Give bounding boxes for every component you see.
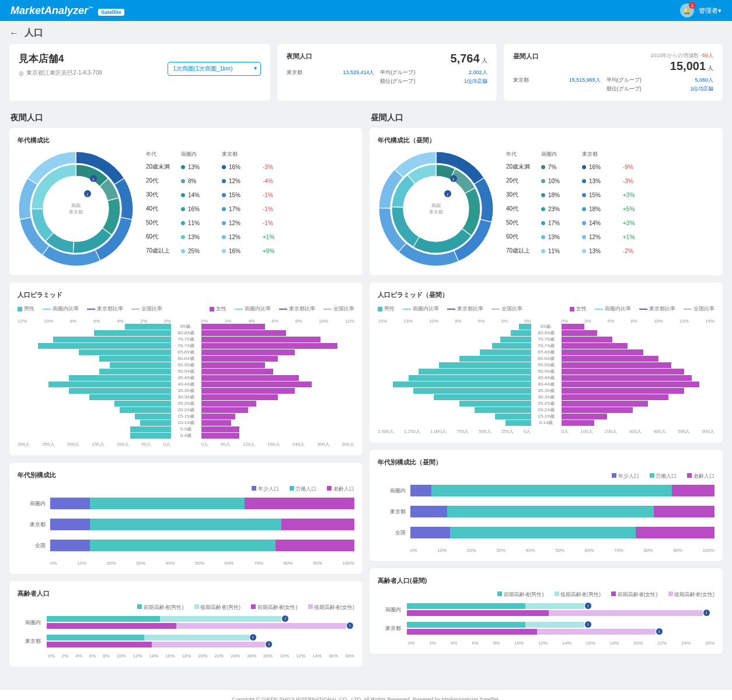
store-card: 見本店舗4 ◎ 東京都江東区辰巳2-1-K3-708 1次商圏(1次商圏_1km… xyxy=(9,44,270,101)
donut-center-outer: 東京都 xyxy=(69,209,83,215)
info-icon[interactable]: i xyxy=(347,622,353,629)
info-icon[interactable]: i xyxy=(703,610,710,616)
pyramid-day-title: 人口ピラミッド（昼間） xyxy=(378,290,714,299)
agegroup-night-panel: 年代別構成比 年少人口 労働人口 老齢人口商圏内東京都全国0%10%20%30%… xyxy=(9,463,362,574)
stacked-bar-row: 東京都 xyxy=(18,519,354,530)
day-pop-sublabel: 2010年からの増減数 xyxy=(650,52,699,58)
elderly-night-panel: 高齢者人口 前期高齢者(男性) 後期高齢者(男性) 前期高齢者(女性) 後期高齢… xyxy=(9,581,362,667)
footer: Copyright © GIKEN SHOJI INTERNATIONAL CO… xyxy=(0,689,732,700)
day-population-card: 昼間人口 2010年からの増減数 -59人 15,001人 東京都15,515,… xyxy=(504,44,723,101)
elderly-night-title: 高齢者人口 xyxy=(18,589,354,598)
age-table-row: 30代14%15%-1% xyxy=(146,191,354,199)
agegroup-night-title: 年代別構成比 xyxy=(18,471,354,480)
elderly-bar-row: 東京都ii xyxy=(18,635,354,648)
age-table-row: 60代13%12%+1% xyxy=(506,233,714,241)
age-ratio-day-title: 年代構成比（昼間） xyxy=(378,136,714,145)
svg-text:i: i xyxy=(453,177,454,182)
age-ratio-day-panel: 年代構成比（昼間） ii 商圏東京都 年代商圏内東京都20歳未満7%16%-9%… xyxy=(370,128,723,275)
user-menu-label: 管理者 xyxy=(699,7,718,14)
age-table-row: 70歳以上11%13%-2% xyxy=(506,247,714,255)
stacked-bar-row: 東京都 xyxy=(378,506,714,517)
brand-satellite-badge: Satellite xyxy=(98,9,124,16)
donut-center-outer: 東京都 xyxy=(429,209,443,215)
age-table-row: 60代13%12%+1% xyxy=(146,233,354,241)
topbar-right: 🔔 1 管理者▾ xyxy=(680,4,721,18)
pyramid-night-panel: 人口ピラミッド 男性商圏内比率東京都比率全国比率女性商圏内比率東京都比率全国比率… xyxy=(9,282,362,456)
notifications-button[interactable]: 🔔 1 xyxy=(680,4,694,18)
night-population-card: 夜間人口 5,764人 東京都13,529,414人平均(グループ)2,002人… xyxy=(277,44,496,101)
day-pop-label: 昼間人口 xyxy=(513,52,539,61)
elderly-bar-row: 商圏内ii xyxy=(378,603,714,616)
topbar: MarketAnalyzer™ Satellite 🔔 1 管理者▾ xyxy=(0,0,732,21)
svg-text:i: i xyxy=(93,177,94,182)
age-table-row: 40代16%17%-1% xyxy=(146,205,354,213)
age-table-row: 20代10%13%-3% xyxy=(506,177,714,185)
store-address-text: 東京都江東区辰巳2-1-K3-708 xyxy=(26,69,102,77)
brand-text: MarketAnalyzer xyxy=(11,5,88,16)
age-table-row: 70歳以上25%16%+9% xyxy=(146,247,354,255)
page-title-row: ← 人口 xyxy=(9,27,723,39)
info-icon[interactable]: i xyxy=(585,621,591,628)
donut-center-inner: 商圏 xyxy=(429,202,443,209)
age-table-night: 年代商圏内東京都20歳未満13%16%-3%20代8%12%-4%30代14%1… xyxy=(146,150,354,261)
pyramid-night-title: 人口ピラミッド xyxy=(18,290,354,299)
elderly-day-title: 高齢者人口(昼間) xyxy=(378,576,714,585)
info-icon[interactable]: i xyxy=(282,615,288,622)
donut-center-inner: 商圏 xyxy=(69,202,83,209)
age-table-row: 30代18%15%+3% xyxy=(506,191,714,199)
agegroup-day-title: 年代別構成比（昼間） xyxy=(378,458,714,467)
pyramid-day-panel: 人口ピラミッド（昼間） 男性商圏内比率東京都比率全国比率女性商圏内比率東京都比率… xyxy=(370,282,723,443)
day-pop-subval: -59人 xyxy=(700,52,713,58)
svg-text:i: i xyxy=(87,192,88,197)
day-section-title: 昼間人口 xyxy=(371,113,723,123)
agegroup-day-panel: 年代別構成比（昼間） 年少人口 労働人口 老齢人口商圏内東京都全国0%10%20… xyxy=(370,450,723,561)
night-section-title: 夜間人口 xyxy=(11,113,362,123)
age-table-row: 50代17%14%+3% xyxy=(506,219,714,227)
info-icon[interactable]: i xyxy=(250,634,256,640)
age-table-row: 20歳未満7%16%-9% xyxy=(506,163,714,171)
age-table-row: 20歳未満13%16%-3% xyxy=(146,163,354,171)
info-icon[interactable]: i xyxy=(585,603,591,609)
elderly-bar-row: 東京都ii xyxy=(378,622,714,635)
age-table-day: 年代商圏内東京都20歳未満7%16%-9%20代10%13%-3%30代18%1… xyxy=(506,150,714,261)
svg-text:i: i xyxy=(447,192,448,197)
stacked-bar-row: 全国 xyxy=(18,540,354,551)
age-table-row: 40代23%18%+5% xyxy=(506,205,714,213)
night-pop-label: 夜間人口 xyxy=(287,52,312,61)
brand-tm: ™ xyxy=(88,6,93,11)
chevron-down-icon: ▾ xyxy=(718,7,721,14)
notification-count-badge: 1 xyxy=(689,2,696,9)
age-table-row: 20代8%12%-4% xyxy=(146,177,354,185)
age-ratio-night-panel: 年代構成比 ii 商圏東京都 年代商圏内東京都20歳未満13%16%-3%20代… xyxy=(9,128,362,275)
age-table-row: 50代11%12%-1% xyxy=(146,219,354,227)
stacked-bar-row: 商圏内 xyxy=(378,485,714,496)
info-icon[interactable]: i xyxy=(266,641,272,648)
trade-area-dropdown[interactable]: 1次商圏(1次商圏_1km) xyxy=(168,62,261,76)
pin-icon: ◎ xyxy=(19,70,24,76)
page-title: 人口 xyxy=(25,27,43,39)
elderly-day-panel: 高齢者人口(昼間) 前期高齢者(男性) 後期高齢者(男性) 前期高齢者(女性) … xyxy=(370,568,723,654)
night-pop-value: 5,764 xyxy=(451,52,480,65)
age-donut-night: ii 商圏東京都 xyxy=(18,150,134,267)
age-ratio-night-title: 年代構成比 xyxy=(18,136,354,145)
info-icon[interactable]: i xyxy=(656,628,663,635)
stacked-bar-row: 全国 xyxy=(378,527,714,538)
age-donut-day: ii 商圏東京都 xyxy=(378,150,494,267)
day-pop-unit: 人 xyxy=(707,65,713,71)
night-pop-unit: 人 xyxy=(482,57,487,64)
stacked-bar-row: 商圏内 xyxy=(18,498,354,509)
user-menu[interactable]: 管理者▾ xyxy=(699,6,721,15)
back-button[interactable]: ← xyxy=(9,28,19,38)
day-pop-value: 15,001 xyxy=(670,60,706,72)
brand: MarketAnalyzer™ Satellite xyxy=(11,5,124,17)
elderly-bar-row: 商圏内ii xyxy=(18,616,354,629)
